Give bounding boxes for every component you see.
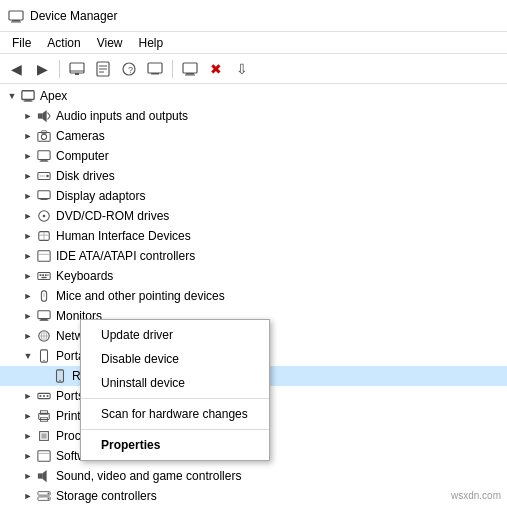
icon-proc [36,428,52,444]
toolbar-btn-4[interactable] [143,57,167,81]
svg-rect-18 [25,100,32,101]
expand-portable[interactable]: ▼ [20,348,36,364]
svg-rect-33 [38,191,50,199]
tree-item-audio[interactable]: ► Audio inputs and outputs [0,106,507,126]
icon-sound [36,468,52,484]
svg-rect-16 [185,74,195,75]
label-apex: Apex [40,89,67,103]
tree-item-ide[interactable]: ► IDE ATA/ATAPI controllers [0,246,507,266]
svg-marker-21 [42,110,46,122]
expand-mice[interactable]: ► [20,288,36,304]
expand-redmi4: ► [36,368,52,384]
icon-monitors [36,308,52,324]
expand-audio[interactable]: ► [20,108,36,124]
svg-rect-43 [40,274,42,276]
svg-rect-47 [41,277,46,278]
svg-text:?: ? [128,65,133,75]
svg-rect-72 [38,473,42,478]
delete-button[interactable]: ✖ [204,57,228,81]
device-tree: ▼ Apex ► Audio inputs and outputs ► Came… [0,84,507,505]
svg-point-36 [43,215,46,218]
menu-help[interactable]: Help [131,34,172,52]
menu-file[interactable]: File [4,34,39,52]
expand-monitors[interactable]: ► [20,308,36,324]
refresh-button[interactable]: ⇩ [230,57,254,81]
expand-display[interactable]: ► [20,188,36,204]
title-bar: Device Manager [0,0,507,32]
svg-rect-27 [38,151,50,160]
icon-audio [36,108,52,124]
forward-button[interactable]: ▶ [30,57,54,81]
label-storage: Storage controllers [56,489,157,503]
back-button[interactable]: ◀ [4,57,28,81]
svg-rect-44 [42,274,44,276]
svg-point-58 [43,360,44,361]
expand-hid[interactable]: ► [20,228,36,244]
toolbar-btn-1[interactable] [65,57,89,81]
svg-rect-69 [41,433,46,438]
ctx-separator-2 [81,429,269,430]
label-mice: Mice and other pointing devices [56,289,225,303]
icon-print [36,408,52,424]
svg-rect-46 [48,274,49,276]
toolbar-btn-2[interactable] [91,57,115,81]
label-diskdrives: Disk drives [56,169,115,183]
expand-computer[interactable]: ► [20,148,36,164]
expand-soft[interactable]: ► [20,448,36,464]
app-icon [8,8,24,24]
menu-view[interactable]: View [89,34,131,52]
tree-item-keyboards[interactable]: ► Keyboards [0,266,507,286]
tree-item-cameras[interactable]: ► Cameras [0,126,507,146]
tree-item-display[interactable]: ► Display adaptors [0,186,507,206]
expand-keyboards[interactable]: ► [20,268,36,284]
svg-rect-62 [40,395,42,397]
expand-sound[interactable]: ► [20,468,36,484]
icon-keyboards [36,268,52,284]
icon-redmi4 [52,368,68,384]
menu-action[interactable]: Action [39,34,88,52]
svg-rect-28 [41,160,48,161]
window-title: Device Manager [30,9,117,23]
expand-dvd[interactable]: ► [20,208,36,224]
svg-rect-29 [40,161,49,162]
svg-rect-51 [41,319,48,320]
tree-item-mice[interactable]: ► Mice and other pointing devices [0,286,507,306]
svg-line-23 [48,116,51,120]
svg-rect-70 [38,451,50,462]
toolbar-btn-3[interactable]: ? [117,57,141,81]
expand-storage[interactable]: ► [20,488,36,504]
ctx-update-driver[interactable]: Update driver [81,323,269,347]
expand-cameras[interactable]: ► [20,128,36,144]
tree-item-storage[interactable]: ► Storage controllers [0,486,507,505]
expand-apex[interactable]: ▼ [4,88,20,104]
monitor-button[interactable] [178,57,202,81]
tree-item-dvd[interactable]: ► DVD/CD-ROM drives [0,206,507,226]
label-sound: Sound, video and game controllers [56,469,241,483]
icon-mice [36,288,52,304]
tree-item-apex[interactable]: ▼ Apex [0,86,507,106]
expand-print[interactable]: ► [20,408,36,424]
expand-ide[interactable]: ► [20,248,36,264]
svg-line-22 [48,113,51,117]
icon-display [36,188,52,204]
expand-proc[interactable]: ► [20,428,36,444]
label-keyboards: Keyboards [56,269,113,283]
svg-rect-34 [41,199,48,200]
tree-item-sound[interactable]: ► Sound, video and game controllers [0,466,507,486]
svg-rect-20 [38,113,42,118]
ctx-uninstall-device[interactable]: Uninstall device [81,371,269,395]
expand-diskdrives[interactable]: ► [20,168,36,184]
ctx-properties[interactable]: Properties [81,433,269,457]
icon-ide [36,248,52,264]
ctx-disable-device[interactable]: Disable device [81,347,269,371]
expand-ports[interactable]: ► [20,388,36,404]
expand-network[interactable]: ► [20,328,36,344]
tree-item-diskdrives[interactable]: ► Disk drives [0,166,507,186]
ctx-scan[interactable]: Scan for hardware changes [81,402,269,426]
svg-rect-52 [40,320,49,321]
svg-rect-40 [38,251,50,262]
tree-item-hid[interactable]: ► Human Interface Devices [0,226,507,246]
svg-point-76 [48,493,50,495]
tree-item-computer[interactable]: ► Computer [0,146,507,166]
svg-point-25 [41,134,46,139]
